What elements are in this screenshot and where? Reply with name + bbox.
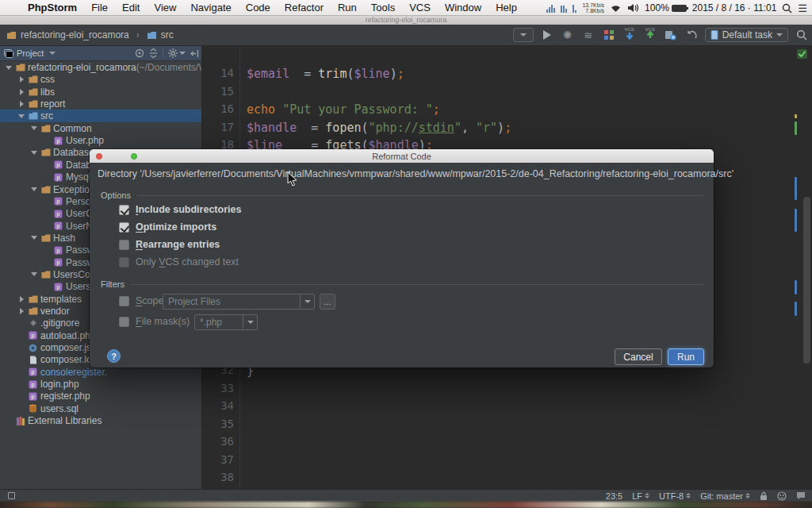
expanded-arrow-icon[interactable] [29,236,40,240]
rollback-icon[interactable] [684,28,699,42]
menu-item-code[interactable]: Code [239,2,278,13]
code-line-14[interactable]: $email = trim($line); [247,67,404,81]
error-stripe-mark[interactable] [795,280,797,294]
expanded-arrow-icon[interactable] [29,126,40,130]
error-stripe-mark[interactable] [795,114,797,118]
profiler-icon[interactable]: ≋ [581,28,596,42]
menu-item-file[interactable]: File [84,2,115,13]
hector-inspector-icon[interactable] [777,491,787,501]
error-stripe-mark[interactable] [795,209,797,232]
filemask-combobox[interactable]: *.php [194,314,258,330]
tree-item-user-php[interactable]: pUser.php [0,134,202,147]
checkbox[interactable] [119,205,129,215]
volume-icon[interactable] [627,3,639,13]
filemask-checkbox[interactable] [119,317,129,327]
error-stripe-mark[interactable] [795,302,797,316]
tree-item-register-php[interactable]: pregister.php [0,390,202,402]
scope-browse-button[interactable]: ... [320,294,335,310]
run-dialog-button[interactable]: Run [668,348,704,365]
updown-icon [686,493,691,498]
git-branch-selector[interactable]: Git: master [700,491,750,501]
menu-item-view[interactable]: View [147,2,183,13]
line-ending-selector[interactable]: LF [632,491,649,501]
tree-item-login-php[interactable]: plogin.php [0,378,202,391]
collapsed-arrow-icon[interactable] [16,296,27,302]
encoding-selector[interactable]: UTF-8 [659,491,691,501]
menu-item-tools[interactable]: Tools [364,2,402,13]
collapsed-arrow-icon[interactable] [16,308,27,314]
menu-item-phpstorm[interactable]: PhpStorm [21,2,84,13]
show-changes-icon[interactable] [664,28,678,42]
update-project-icon[interactable] [602,28,616,42]
network-speed[interactable]: 13.7Kb/s 7.8Kb/s [582,2,604,13]
checkbox[interactable] [119,257,129,267]
scope-combobox[interactable]: Project Files [163,294,315,310]
memory-meter-icon[interactable] [561,4,567,13]
run-button[interactable] [540,28,554,42]
task-dropdown[interactable]: Default task [705,28,788,42]
dialog-titlebar[interactable]: Reformat Code [90,149,714,163]
menu-item-run[interactable]: Run [331,2,364,13]
lock-icon[interactable] [760,491,768,501]
caret-position[interactable]: 23:5 [606,491,622,501]
tree-item-report[interactable]: report [0,98,202,110]
editor-scrollbar[interactable] [803,197,810,364]
code-line-17[interactable]: $handle = fopen("php://stdin", "r"); [247,121,511,135]
checkbox[interactable] [119,222,129,233]
menu-item-navigate[interactable]: Navigate [183,2,238,13]
menu-item-window[interactable]: Window [438,2,488,13]
notification-center-icon[interactable]: ☰ [798,2,807,14]
tree-item-css[interactable]: css [0,73,202,86]
expanded-arrow-icon[interactable] [29,187,40,191]
inspections-status-icon[interactable] [797,49,807,59]
locate-file-icon[interactable] [135,48,144,58]
search-everywhere-icon[interactable] [795,28,809,42]
collapsed-arrow-icon[interactable] [16,89,27,95]
event-log-icon[interactable] [796,491,806,500]
help-button[interactable]: ? [107,349,121,363]
tree-item-users-sql[interactable]: users.sql [0,402,202,415]
hide-panel-icon[interactable] [190,49,199,58]
option-row-optimize: Optimize imports [119,221,216,233]
vcs-update-icon[interactable]: VCS [622,28,637,42]
tree-item-libs[interactable]: libs [0,86,202,98]
spotlight-search-icon[interactable] [782,3,792,13]
tree-item-common[interactable]: Common [0,122,202,135]
battery-indicator[interactable]: 100% [645,2,687,13]
coverage-icon[interactable]: ✺ [561,28,575,42]
run-configuration-dropdown[interactable] [513,28,534,42]
collapsed-arrow-icon[interactable] [16,76,27,83]
expanded-arrow-icon[interactable] [3,66,14,70]
collapse-all-icon[interactable] [149,48,158,58]
cancel-button[interactable]: Cancel [615,348,662,365]
svg-text:p: p [57,198,60,205]
project-panel-title[interactable]: Project [17,48,44,58]
scope-checkbox[interactable] [119,296,129,306]
menu-item-refactor[interactable]: Refactor [278,2,331,13]
tree-item-external-libraries[interactable]: External Libraries [0,414,202,427]
expanded-arrow-icon[interactable] [29,151,40,155]
collapsed-arrow-icon[interactable] [16,101,27,107]
project-view-dropdown-icon[interactable] [49,52,56,55]
toolwindow-toggle-icon[interactable] [8,492,15,499]
cpu-meter-icon[interactable] [546,4,555,13]
vcs-commit-icon[interactable]: VCS [643,28,657,42]
menubar-clock[interactable]: 2015 / 8 / 16 · 11:01 [692,2,777,13]
error-stripe-mark[interactable] [795,121,797,135]
expanded-arrow-icon[interactable] [29,272,40,276]
tree-item-consoleregister-[interactable]: pconsoleregister. [0,366,202,379]
checkbox[interactable] [119,240,129,250]
tree-item-src[interactable]: src [0,110,202,122]
disk-meter-icon[interactable] [573,4,576,13]
menu-item-vcs[interactable]: VCS [402,2,438,13]
code-line-16[interactable]: echo "Put your Password: "; [247,102,440,117]
error-stripe-mark[interactable] [795,177,797,200]
settings-gear-icon[interactable] [168,48,186,58]
menu-item-help[interactable]: Help [488,2,524,13]
tree-item-refactoring-eloi-rocamora[interactable]: refactoring-eloi_rocamora (~/Documents/V… [0,61,202,74]
expanded-arrow-icon[interactable] [16,114,27,118]
breadcrumb-project[interactable]: refactoring-eloi_rocamora [21,29,129,40]
menu-item-edit[interactable]: Edit [115,2,147,13]
wifi-icon[interactable] [610,4,622,13]
breadcrumb-src[interactable]: src [161,29,174,40]
